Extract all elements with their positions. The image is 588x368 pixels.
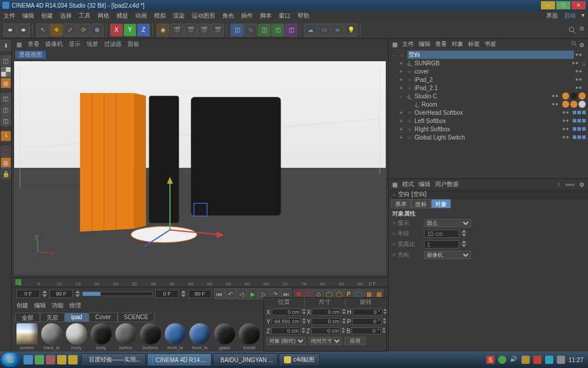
menu-item[interactable]: 文件	[4, 12, 15, 20]
object-tags[interactable]	[573, 119, 586, 122]
visibility-dots[interactable]	[576, 70, 582, 72]
attr-up-icon[interactable]: ↑	[557, 181, 560, 188]
environment-button[interactable]: ☁	[304, 24, 317, 37]
menu-item[interactable]: 角色	[222, 12, 234, 20]
object-name[interactable]: Studio C	[415, 93, 550, 100]
material-layer-tab[interactable]: 全部	[15, 313, 40, 322]
coord-field[interactable]	[311, 327, 340, 334]
tag-icon[interactable]	[582, 135, 586, 139]
light-button[interactable]: 💡	[345, 24, 358, 37]
search-icon[interactable]	[570, 40, 577, 47]
hierarchy-row[interactable]: +○iPad_2	[391, 75, 586, 84]
object-name[interactable]: iPad_2.1	[415, 85, 574, 91]
material-tag-icon[interactable]	[579, 101, 586, 108]
chain-button[interactable]: ∞	[331, 24, 344, 37]
tray-clock[interactable]: 11:27	[569, 357, 583, 363]
tag-icon[interactable]	[573, 127, 576, 131]
world-axis-toggle[interactable]: ◉	[156, 24, 169, 37]
edge-mode-button[interactable]: ◫	[1, 104, 11, 115]
layout-selector[interactable]: 启动	[564, 12, 576, 20]
material-layer-tab[interactable]: Cover	[89, 313, 118, 322]
attr-select[interactable]: 摄像机	[424, 251, 471, 259]
taskbar-button[interactable]: c4d贴图	[279, 353, 320, 366]
tag-icon[interactable]	[573, 111, 576, 114]
material-menu-item[interactable]: 编辑	[34, 301, 46, 310]
modeling-button[interactable]: ◫	[271, 24, 284, 37]
object-name[interactable]: 空白	[407, 51, 574, 59]
spinner-icon[interactable]	[302, 327, 305, 334]
render-view-button[interactable]: 🎬	[171, 24, 183, 37]
hierarchy-row[interactable]: +○OverHead Softbox	[391, 108, 586, 117]
hierarchy-row[interactable]: Room	[391, 100, 586, 108]
coord-field[interactable]	[312, 309, 341, 316]
object-tags[interactable]	[573, 111, 586, 114]
tag-icon[interactable]	[573, 119, 576, 122]
tag-icon[interactable]	[577, 111, 581, 114]
object-name[interactable]: cover	[415, 68, 574, 75]
expand-toggle[interactable]: +	[398, 85, 404, 91]
viewport-menu-item[interactable]: 过滤器	[104, 40, 122, 48]
eye-icon[interactable]: ⚙	[579, 42, 584, 48]
spline-button[interactable]: ∿	[244, 24, 257, 37]
taskbar-button[interactable]: 百度经验——实用...	[81, 353, 146, 366]
texture-mode-button[interactable]	[1, 67, 11, 77]
material-thumb[interactable]: glass	[213, 323, 236, 350]
viewport-menu-item[interactable]: 显示	[69, 40, 81, 48]
make-editable-button[interactable]: ⬇	[1, 40, 11, 51]
attr-menu-item[interactable]: 模式	[402, 180, 414, 188]
quick-launch-icon[interactable]	[35, 355, 44, 364]
tag-icon[interactable]	[573, 135, 576, 139]
visibility-dots[interactable]	[552, 95, 558, 97]
tag-icon[interactable]	[582, 127, 586, 131]
object-manager-menu-item[interactable]: 标签	[468, 40, 480, 48]
attr-subtab[interactable]: 对象	[431, 199, 451, 208]
expand-toggle[interactable]: +	[398, 118, 404, 124]
viewport-perspective[interactable]: x y	[14, 61, 386, 275]
material-menu-item[interactable]: 纹理	[69, 301, 81, 310]
render-batch-button[interactable]: 🎬	[211, 24, 224, 37]
axis-z-toggle[interactable]: Z	[137, 24, 150, 37]
material-thumb[interactable]: screen	[15, 323, 39, 350]
rotate-tool[interactable]: ⟳	[77, 24, 90, 37]
coord-apply-button[interactable]: 应用	[345, 337, 366, 345]
object-tags[interactable]	[573, 135, 586, 139]
prev-key-button[interactable]: ↶	[225, 289, 236, 299]
expand-toggle[interactable]: +	[398, 77, 404, 83]
tray-icon[interactable]	[498, 356, 506, 364]
visibility-dots[interactable]	[563, 120, 569, 122]
attr-subtab[interactable]: 基本	[391, 199, 411, 208]
spinner-icon[interactable]	[462, 240, 466, 248]
hierarchy-row[interactable]: +○Left Softbox	[391, 117, 586, 125]
filter-icon[interactable]: ⚙	[579, 25, 584, 35]
redo-button[interactable]	[17, 24, 30, 37]
tray-icon[interactable]	[557, 356, 565, 364]
primitive-cube-button[interactable]: ◫	[230, 24, 243, 37]
tray-icon[interactable]: S	[486, 356, 495, 364]
visibility-dots[interactable]	[563, 128, 569, 130]
deformer-button[interactable]: ◫	[285, 24, 298, 37]
attr-field[interactable]	[424, 230, 459, 238]
render-region-button[interactable]: 🎬	[184, 24, 197, 37]
taskbar-button[interactable]: CINEMA 4D R14....	[147, 353, 212, 366]
coord-field[interactable]	[272, 318, 301, 325]
spinner-icon[interactable]	[342, 318, 346, 325]
tag-icon[interactable]	[582, 111, 586, 114]
tray-icon[interactable]	[533, 356, 542, 364]
spinner-icon[interactable]	[382, 327, 386, 334]
object-manager-menu-item[interactable]: 对象	[452, 40, 463, 48]
hierarchy-row[interactable]: -Studio C	[391, 92, 586, 100]
taskbar-button[interactable]: BAIDU_JINGYAN ...	[213, 353, 278, 366]
minimize-button[interactable]: ─	[541, 1, 555, 9]
material-tag-icon[interactable]	[562, 92, 569, 100]
material-thumb[interactable]: body	[89, 323, 113, 350]
lock-button[interactable]: 🔒	[1, 168, 11, 179]
object-name[interactable]: OverHead Softbox	[415, 110, 561, 116]
object-tags[interactable]	[562, 101, 586, 108]
object-name[interactable]: Left Softbox	[415, 118, 561, 124]
viewport-nav-icon[interactable]: ▦	[16, 41, 22, 48]
object-name[interactable]: RIght Softbox	[415, 126, 561, 132]
timeline-current-field[interactable]	[155, 290, 179, 298]
visibility-dots[interactable]	[576, 87, 582, 89]
material-thumb[interactable]: body	[65, 323, 88, 350]
hierarchy-row[interactable]: +○iPad_2.1	[391, 84, 586, 92]
